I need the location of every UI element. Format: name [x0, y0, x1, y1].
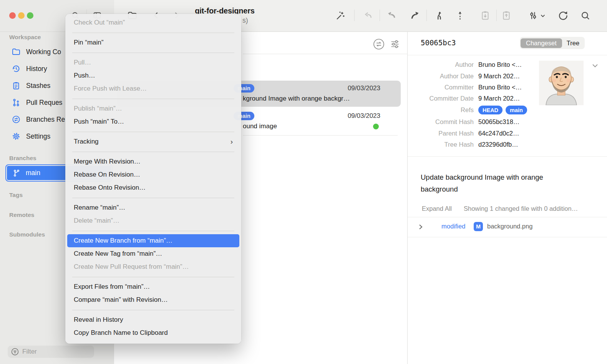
push-icon[interactable]	[410, 10, 420, 21]
view-options-icon[interactable]	[528, 10, 538, 21]
sidebar-item-stashes[interactable]: Stashes	[12, 80, 50, 91]
tab-changeset[interactable]: Changeset	[521, 38, 562, 48]
menu-item-tracking[interactable]: Tracking›	[67, 135, 239, 148]
menu-item-compare-with-revision[interactable]: Compare “main” with Revision…	[67, 293, 239, 306]
menu-separator	[72, 33, 234, 33]
sidebar-item-label: Settings	[26, 132, 50, 141]
menu-separator	[72, 132, 234, 132]
sidebar-section-branches: Branches	[9, 155, 36, 162]
tab-tree[interactable]: Tree	[562, 38, 584, 48]
rebase-branch-icon[interactable]	[434, 10, 444, 21]
sidebar-item-history[interactable]: History	[12, 63, 47, 74]
menu-item-push[interactable]: Push…	[67, 69, 239, 82]
chevron-right-icon[interactable]	[417, 223, 424, 230]
menu-separator	[72, 231, 234, 231]
refresh-icon[interactable]	[557, 10, 568, 21]
stash-apply-icon[interactable]	[501, 10, 512, 21]
menu-separator	[72, 198, 234, 198]
sidebar-item-label: History	[26, 65, 47, 73]
branch-context-menu: Check Out “main” Pin “main” Pull… Push… …	[65, 14, 241, 344]
menu-item-rebase-onto-revision[interactable]: Rebase Onto Revision…	[67, 181, 239, 194]
menu-item-pin[interactable]: Pin “main”	[67, 36, 239, 49]
stash-save-icon[interactable]	[480, 10, 491, 21]
field-label: Committer Date	[408, 95, 474, 102]
close-window-button[interactable]	[9, 12, 16, 19]
menu-separator	[72, 310, 234, 310]
field-label: Commit Hash	[408, 118, 474, 126]
sidebar-bottom-bar: +	[0, 344, 114, 364]
field-label: Parent Hash	[408, 130, 474, 137]
sidebar-section-workspace: Workspace	[9, 34, 41, 41]
folder-icon	[12, 47, 21, 56]
commit-message-full: Update background Image with orange back…	[421, 171, 574, 195]
menu-item-delete: Delete “main”…	[67, 214, 239, 227]
cherry-pick-icon[interactable]	[455, 10, 465, 21]
fetch-icon[interactable]	[363, 10, 373, 21]
menu-item-create-new-pull-request: Create New Pull Request from “main”…	[67, 260, 239, 273]
toolbar-separator	[380, 10, 380, 21]
menu-item-publish: Publish “main”…	[67, 102, 239, 115]
menu-separator	[72, 152, 234, 152]
field-value-committer: Bruno Brito <…	[478, 84, 522, 91]
modified-badge: M	[474, 222, 483, 231]
chevron-down-icon[interactable]	[591, 61, 599, 70]
menu-item-rename[interactable]: Rename “main”…	[67, 201, 239, 214]
field-label: Author	[408, 61, 474, 68]
compare-icon[interactable]	[373, 38, 385, 50]
sidebar-item-settings[interactable]: Settings	[12, 131, 50, 142]
divider	[408, 55, 607, 55]
menu-item-rebase-on-revision[interactable]: Rebase On Revision…	[67, 168, 239, 181]
filter-options-icon[interactable]	[390, 39, 400, 50]
file-name: background.png	[487, 223, 532, 230]
commit-message-preview: ound image	[243, 122, 277, 130]
zoom-window-button[interactable]	[27, 12, 33, 19]
quick-actions-wand-icon[interactable]	[335, 10, 345, 21]
toolbar-separator	[426, 10, 427, 21]
menu-item-reveal-in-history[interactable]: Reveal in History	[67, 313, 239, 326]
menu-item-export-files[interactable]: Export Files from “main”…	[67, 280, 239, 293]
sidebar-section-tags[interactable]: Tags	[9, 192, 23, 199]
menu-item-force-push: Force Push with Lease…	[67, 82, 239, 95]
menu-item-push-to[interactable]: Push “main” To…	[67, 115, 239, 128]
sidebar-section-remotes[interactable]: Remotes	[9, 212, 34, 218]
search-icon[interactable]	[580, 10, 590, 21]
field-label: Refs	[408, 106, 474, 114]
field-label: Tree Hash	[408, 141, 474, 148]
field-value-parent-hash: 64c247d0c2…	[478, 130, 519, 137]
menu-item-check-out: Check Out “main”	[67, 16, 239, 29]
minimize-window-button[interactable]	[18, 12, 25, 19]
file-status-text: modified	[441, 223, 465, 230]
avatar	[539, 61, 584, 105]
divider	[408, 237, 607, 237]
sidebar-item-branches-review[interactable]: Branches Re	[12, 114, 65, 125]
divider	[408, 156, 607, 157]
field-label: Committer	[408, 84, 474, 91]
filter-input[interactable]	[8, 346, 94, 358]
menu-item-create-new-tag[interactable]: Create New Tag from “main”…	[67, 247, 239, 260]
field-value-author: Bruno Brito <…	[478, 61, 522, 68]
sidebar-item-label: Working Co	[26, 48, 61, 56]
chevron-down-icon[interactable]	[540, 13, 546, 19]
filter-icon	[11, 348, 19, 356]
ref-badge-head: HEAD	[478, 106, 503, 114]
gear-icon	[12, 132, 21, 141]
changed-file-row[interactable]: modified M background.png	[408, 217, 607, 237]
menu-item-merge-with-revision[interactable]: Merge With Revision…	[67, 155, 239, 168]
sidebar-item-working-copy[interactable]: Working Co	[12, 46, 61, 58]
menu-separator	[72, 277, 234, 277]
toolbar-separator	[496, 10, 497, 21]
stash-clipboard-icon	[12, 81, 21, 90]
menu-item-copy-branch-name[interactable]: Copy Branch Name to Clipboard	[67, 326, 239, 339]
sidebar-item-pull-requests[interactable]: Pull Reques	[12, 97, 62, 108]
menu-item-create-new-branch[interactable]: Create New Branch from “main”…	[67, 234, 239, 247]
toolbar-separator	[354, 10, 355, 21]
field-value-commit-hash: 50065bc318…	[478, 118, 519, 126]
commit-message-preview: kground Image with orange backgr…	[243, 95, 350, 103]
sidebar-section-submodules[interactable]: Submodules	[9, 231, 45, 238]
pull-icon[interactable]	[386, 10, 396, 21]
field-value-tree-hash: d23296d0fb…	[478, 141, 518, 148]
window-subtitle: s)	[242, 17, 248, 25]
refs-badges: HEAD main	[478, 106, 527, 114]
field-value-author-date: 9 March 202…	[478, 73, 520, 80]
expand-all-link[interactable]: Expand All	[422, 205, 452, 212]
